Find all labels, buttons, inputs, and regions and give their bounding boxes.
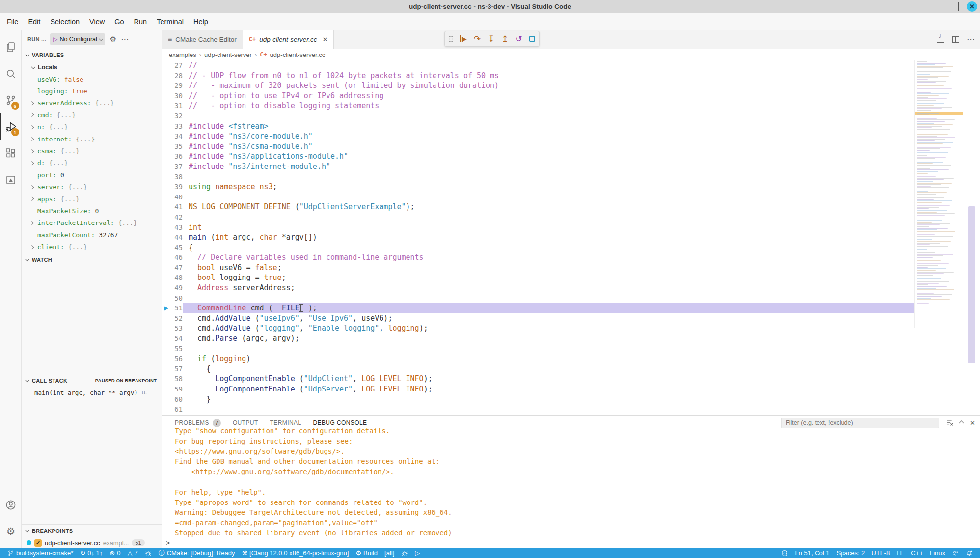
code-line[interactable]: 35#include "ns3/csma-module.h" [162,141,914,152]
code-text[interactable] [183,344,914,354]
code-text[interactable]: using namespace ns3; [183,182,914,192]
code-line[interactable]: 28// - UDP flow from n0 to n1 of 1024 by… [162,71,914,81]
menu-item-file[interactable]: File [2,18,23,26]
menu-item-selection[interactable]: Selection [45,18,84,26]
database-status[interactable] [778,550,791,557]
gutter-icon-col[interactable] [162,394,170,405]
line-number[interactable]: 44 [170,232,183,243]
errors-count[interactable]: ⊗0 [106,549,124,557]
warnings-count[interactable]: △7 [124,549,141,557]
gutter-icon-col[interactable] [162,313,170,324]
console-input[interactable]: > [162,537,980,548]
menu-item-terminal[interactable]: Terminal [152,18,189,26]
code-text[interactable] [183,293,914,304]
more-actions-icon[interactable]: ··· [121,36,129,43]
code-text[interactable] [183,111,914,121]
code-line[interactable]: 40 [162,192,914,202]
gutter-icon-col[interactable] [162,384,170,394]
menu-item-run[interactable]: Run [129,18,152,26]
variables-header[interactable]: VARIABLES [22,49,162,61]
start-debug-icon[interactable]: ▷ [53,36,57,43]
sidebar-item-source-control[interactable]: 6 [0,87,22,113]
gutter-icon-col[interactable] [162,364,170,374]
code-text[interactable] [183,212,914,223]
line-number[interactable]: 55 [170,344,183,354]
line-number[interactable]: 49 [170,283,183,293]
code-text[interactable]: NS_LOG_COMPONENT_DEFINE ("UdpClientServe… [183,202,914,212]
code-text[interactable]: #include "ns3/internet-module.h" [183,162,914,172]
menu-item-go[interactable]: Go [109,18,129,26]
line-number[interactable]: 52 [170,313,183,324]
sidebar-item-extensions[interactable] [0,140,22,167]
gutter-icon-col[interactable] [162,263,170,273]
code-text[interactable]: } [183,394,914,405]
code-line[interactable]: 39using namespace ns3; [162,182,914,192]
line-number[interactable]: 38 [170,172,183,182]
notifications-bell[interactable] [962,550,976,557]
gutter-icon-col[interactable] [162,273,170,283]
variable-row[interactable]: port: 0 [22,169,162,181]
scrollbar[interactable] [963,60,980,415]
code-text[interactable]: #include "ns3/csma-module.h" [183,141,914,152]
breakpoint-item[interactable]: ✓ udp-client-server.cc exampl... 51 [22,537,162,549]
settings-button[interactable]: ⚙ [0,518,22,545]
code-line[interactable]: 45{ [162,243,914,253]
code-editor[interactable]: 27//28// - UDP flow from n0 to n1 of 102… [162,60,980,415]
restart-button[interactable]: ↺ [516,35,522,43]
line-number[interactable]: 29 [170,81,183,91]
eol[interactable]: LF [893,549,907,557]
gutter-icon-col[interactable] [162,283,170,293]
gutter-icon-col[interactable] [162,374,170,384]
gutter-icon-col[interactable] [162,344,170,354]
code-line[interactable]: 51 CommandLine cmd (__FILE__); [162,303,914,313]
minimap[interactable] [914,60,963,328]
sync-status[interactable]: ↻0↓ 1↑ [77,549,106,557]
account-button[interactable] [0,492,22,518]
code-line[interactable]: 60 } [162,394,914,405]
code-line[interactable]: 34#include "ns3/core-module.h" [162,131,914,141]
git-branch-status[interactable]: buildsystem-cmake* [4,549,77,557]
line-number[interactable]: 30 [170,91,183,101]
line-number[interactable]: 60 [170,394,183,405]
gutter-icon-col[interactable] [162,91,170,101]
code-line[interactable]: 29// - maximum of 320 packets sent (or l… [162,81,914,91]
breadcrumb-folder[interactable]: udp-client-server [204,51,252,58]
gutter-icon-col[interactable] [162,182,170,192]
code-line[interactable]: 36#include "ns3/applications-module.h" [162,151,914,162]
gutter-icon-col[interactable] [162,81,170,91]
code-line[interactable]: 33#include <fstream> [162,121,914,132]
step-out-button[interactable]: ↥ [501,35,508,43]
variable-row[interactable]: server: {...} [22,181,162,193]
tab-cmake-cache-editor[interactable]: ≡ CMake Cache Editor [162,30,243,49]
code-line[interactable]: 58 LogComponentEnable ("UdpClient", LOG_… [162,374,914,384]
code-text[interactable]: // - maximum of 320 packets sent (or lim… [183,81,914,91]
line-number[interactable]: 54 [170,334,183,344]
encoding[interactable]: UTF-8 [868,549,893,557]
code-text[interactable]: // [183,60,914,71]
call-stack-header[interactable]: CALL STACK PAUSED ON BREAKPOINT [22,374,162,387]
line-number[interactable]: 61 [170,404,183,415]
maximize-panel-icon[interactable] [960,421,963,425]
breadcrumb-file[interactable]: udp-client-server.cc [270,51,326,58]
gutter-icon-col[interactable] [162,354,170,364]
line-number[interactable]: 43 [170,223,183,233]
gutter-icon-col[interactable] [162,223,170,233]
variable-row[interactable]: apps: {...} [22,193,162,205]
line-number[interactable]: 53 [170,323,183,334]
continue-button[interactable]: ▶ [460,35,467,42]
kit-selector[interactable]: ⚒[Clang 12.0.0 x86_64-pc-linux-gnu] [238,549,352,557]
line-number[interactable]: 36 [170,151,183,162]
code-text[interactable]: { [183,243,914,253]
gutter-icon-col[interactable] [162,293,170,304]
variable-row[interactable]: useV6: false [22,73,162,85]
line-number[interactable]: 56 [170,354,183,364]
variable-row[interactable]: d: {...} [22,157,162,169]
code-line[interactable]: 44main (int argc, char *argv[]) [162,232,914,243]
code-text[interactable] [183,192,914,202]
gutter-icon-col[interactable] [162,151,170,162]
variable-row[interactable]: logging: true [22,85,162,97]
code-line[interactable]: 56 if (logging) [162,354,914,364]
stack-frame[interactable]: main(int argc, char ** argv) u. [22,387,162,398]
variable-row[interactable]: MaxPacketSize: 0 [22,205,162,217]
variable-row[interactable]: csma: {...} [22,145,162,157]
